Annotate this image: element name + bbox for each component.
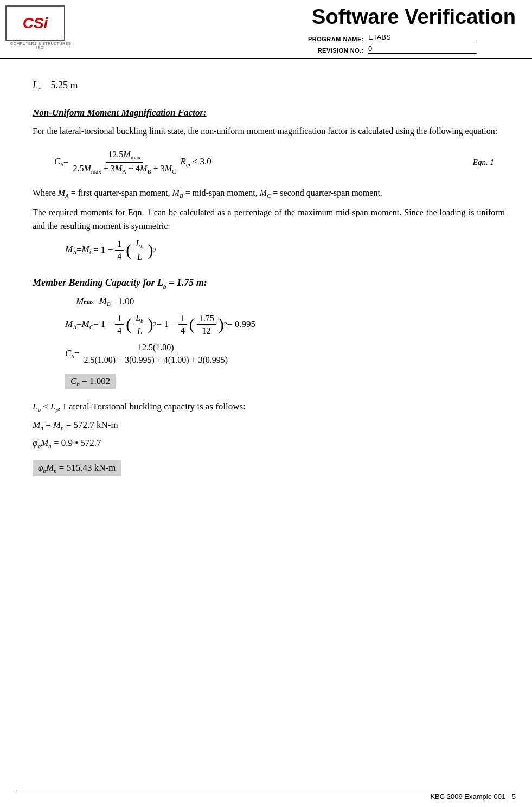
ma2-fracb-den: 4 [178, 325, 187, 336]
phi-result-row: φbMn = 515.43 kN-m [33, 456, 505, 481]
ma-frac-den: 4 [115, 251, 124, 261]
l-den: L [135, 251, 144, 262]
ma2-eq2: = 1 − [157, 319, 176, 330]
revision-row: REVISION NO.: 0 [288, 44, 516, 54]
lb-lt-lp-line: Lb < Lp, Lateral-Torsional buckling capa… [33, 401, 505, 413]
ma-mc-eq: = [76, 245, 82, 255]
lb-num: Lb [133, 239, 145, 251]
program-label: PROGRAM NAME: [288, 36, 364, 42]
member-section-title: Member Bending Capacity for Lb = 1.75 m: [33, 277, 505, 290]
ma2-rparen1: ) [148, 316, 153, 332]
para3: The required moments for Eqn. 1 can be c… [33, 206, 505, 233]
cb-numerator: 12.5Mmax [106, 150, 143, 162]
cb2-result-highlighted: Cb = 1.002 [65, 374, 116, 389]
mn-equation: Mn = Mp = 572.7 kN-m [33, 420, 505, 431]
ma-mc-equation: MA = MC = 1 − 1 4 ( Lb L ) 2 [65, 239, 505, 262]
ma-fraction: 1 4 [115, 239, 124, 261]
cb-lhs: Cb = 12.5Mmax 2.5Mmax + 3MA + 4MB + 3MC … [54, 150, 211, 174]
page: CSi COMPUTERS & STRUCTURES INC. Software… [0, 0, 532, 807]
ma-right-paren: ) [148, 242, 153, 258]
footer-text: KBC 2009 Example 001 - 5 [430, 792, 516, 800]
l2-den: L [135, 325, 144, 336]
footer: KBC 2009 Example 001 - 5 [16, 790, 516, 800]
program-info: PROGRAM NAME: ETABS REVISION NO.: 0 [288, 33, 516, 54]
ma2-frac14b: 1 4 [178, 313, 187, 336]
ma-mc-formula: MA = MC = 1 − 1 4 ( Lb L ) 2 [65, 239, 157, 262]
val175-frac: 1.75 12 [197, 313, 216, 336]
lr-variable: Lr [33, 80, 40, 91]
para1: For the lateral-torsional buckling limit… [33, 125, 505, 138]
ma2-rparen2: ) [219, 316, 224, 332]
cb-rm: Rm ≤ 3.0 [180, 156, 211, 168]
ma2-frac-den: 4 [115, 325, 124, 336]
lb2-num: Lb [133, 313, 145, 325]
ma2-eq1: = [76, 319, 82, 330]
val12-den: 12 [200, 325, 213, 336]
cb2-eq: = [74, 348, 80, 359]
ma2-fracb-num: 1 [178, 313, 187, 325]
ma2-equation: MA = MC = 1 − 1 4 ( Lb L ) 2 = 1 − 1 [65, 313, 505, 336]
mmax-val: = 1.00 [111, 296, 134, 307]
mmax-eq1: = [94, 296, 99, 307]
phi-equation: φbMn = 0.9 • 572.7 [33, 438, 505, 449]
ma-left-paren: ( [126, 242, 131, 258]
logo-area: CSi COMPUTERS & STRUCTURES INC. [5, 5, 76, 49]
ma2-rest: = 1 − [93, 319, 113, 330]
lb2-l-fraction: Lb L [133, 313, 145, 336]
program-name-row: PROGRAM NAME: ETABS [288, 33, 516, 42]
ma2-formula: MA = MC = 1 − 1 4 ( Lb L ) 2 = 1 − 1 [65, 313, 255, 336]
logo-subtitle: COMPUTERS & STRUCTURES INC. [5, 42, 76, 49]
cb2-result-row: Cb = 1.002 [65, 369, 505, 394]
eqn1-label: Eqn. 1 [473, 158, 505, 167]
cb2-fraction: 12.5(1.00) 2.5(1.00) + 3(0.995) + 4(1.00… [81, 343, 230, 365]
cb2-num: 12.5(1.00) [136, 343, 176, 354]
mmax-formula: Mmax = MB = 1.00 [76, 296, 134, 307]
lb-l-fraction: Lb L [133, 239, 145, 262]
header: CSi COMPUTERS & STRUCTURES INC. Software… [0, 0, 532, 59]
revision-value: 0 [368, 44, 477, 54]
ma2-val: = 0.995 [227, 319, 255, 330]
cb-equation-block: Cb = 12.5Mmax 2.5Mmax + 3MA + 4MB + 3MC … [54, 150, 505, 174]
cb2-den: 2.5(1.00) + 3(0.995) + 4(1.00) + 3(0.995… [81, 354, 230, 365]
cb2-formula: Cb = 12.5(1.00) 2.5(1.00) + 3(0.995) + 4… [65, 343, 232, 365]
ma2-lparen2: ( [189, 316, 195, 332]
ma-mc-rest: = 1 − [93, 245, 113, 255]
cb2-equation: Cb = 12.5(1.00) 2.5(1.00) + 3(0.995) + 4… [65, 343, 505, 365]
section1-title: Non-Uniform Moment Magnification Factor: [33, 107, 505, 118]
ma-frac-num: 1 [115, 239, 124, 251]
main-title: Software Verification [312, 5, 516, 29]
mmax-equation: Mmax = MB = 1.00 [76, 296, 505, 307]
ma2-lparen1: ( [126, 316, 131, 332]
phi-result-highlighted: φbMn = 515.43 kN-m [33, 460, 121, 476]
revision-label: REVISION NO.: [288, 47, 364, 54]
cb-fraction: 12.5Mmax 2.5Mmax + 3MA + 4MB + 3MC [70, 150, 178, 174]
title-area: Software Verification PROGRAM NAME: ETAB… [76, 5, 516, 54]
lr-value: = 5.25 m [43, 80, 78, 91]
cb-symbol: Cb [54, 156, 63, 168]
ma2-frac14: 1 4 [115, 313, 124, 336]
val175-num: 1.75 [197, 313, 216, 325]
logo-text: CSi [23, 15, 48, 32]
cb-eq-sign: = [63, 157, 69, 168]
member-title-text: Member Bending Capacity for Lb = 1.75 m: [33, 277, 207, 288]
content: Lr = 5.25 m Non-Uniform Moment Magnifica… [0, 59, 532, 502]
ma2-frac-num: 1 [115, 313, 124, 325]
para2: Where MA = first quarter-span moment, MB… [33, 187, 505, 201]
cb-denominator: 2.5Mmax + 3MA + 4MB + 3MC [70, 163, 178, 175]
logo-box: CSi [5, 5, 65, 41]
program-value: ETABS [368, 33, 477, 42]
lr-formula: Lr = 5.25 m [33, 80, 505, 92]
